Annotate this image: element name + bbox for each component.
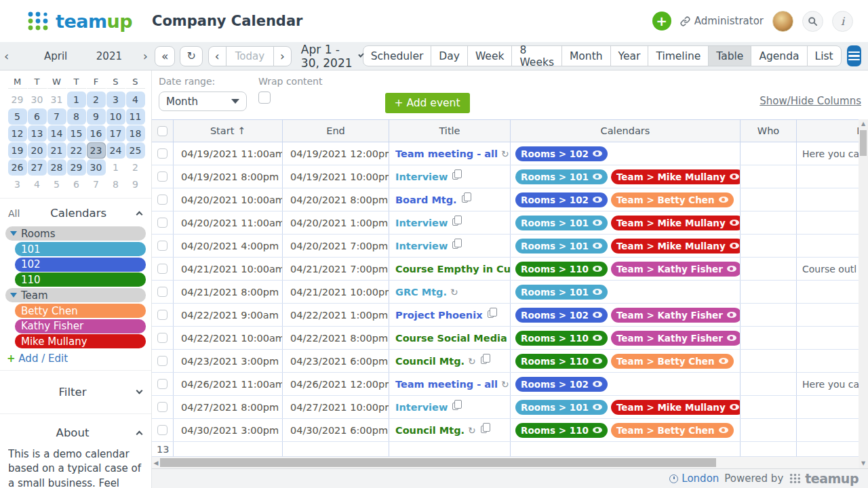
calendar-badge[interactable]: Rooms > 110 xyxy=(515,354,608,369)
table-row[interactable]: 04/22/2021 9:00am04/22/2021 1:00pmProjec… xyxy=(152,304,859,327)
tab-day[interactable]: Day xyxy=(431,45,468,66)
minical-day[interactable]: 14 xyxy=(47,125,66,142)
event-title-link[interactable]: Board Mtg. xyxy=(395,195,457,205)
minical-day[interactable]: 31 xyxy=(47,92,66,108)
minical-day[interactable]: 25 xyxy=(126,142,145,159)
minical-day[interactable]: 28 xyxy=(47,159,66,176)
minical-day[interactable]: 5 xyxy=(8,108,27,125)
table-row[interactable]: 04/20/2021 11:00am04/20/2021 1:00pmInter… xyxy=(152,211,859,235)
minical-day[interactable]: 5 xyxy=(47,176,66,192)
event-title-link[interactable]: Course Empthy in Custom xyxy=(395,264,511,274)
minical-day[interactable]: 13 xyxy=(28,125,47,142)
row-checkbox[interactable] xyxy=(157,379,167,389)
date-range-dropdown[interactable]: Apr 1 - 30, 2021 xyxy=(301,43,363,70)
event-title-link[interactable]: Interview xyxy=(395,171,448,182)
minical-day[interactable]: 29 xyxy=(8,92,27,108)
filter-expand-icon[interactable] xyxy=(136,388,143,394)
tab-scheduler[interactable]: Scheduler xyxy=(363,45,432,66)
menu-button[interactable] xyxy=(847,45,861,66)
row-checkbox[interactable] xyxy=(157,171,167,182)
date-range-select[interactable]: Month xyxy=(159,92,247,111)
minical-day[interactable]: 2 xyxy=(87,92,106,108)
scroll-down-arrow[interactable]: ▼ xyxy=(861,459,865,468)
calendar-badge[interactable]: Rooms > 110 xyxy=(515,331,608,346)
tab-agenda[interactable]: Agenda xyxy=(751,45,807,66)
next-period-button[interactable]: › xyxy=(273,46,292,66)
column-header-who[interactable]: Who xyxy=(741,120,797,142)
calendar-badge[interactable]: Team > Mike Mullany xyxy=(611,169,741,184)
minical-day[interactable]: 24 xyxy=(106,142,125,159)
calendar-badge[interactable]: Rooms > 101 xyxy=(515,169,608,184)
minical-day[interactable]: 6 xyxy=(28,108,47,125)
event-title-link[interactable]: Project Phoenix xyxy=(395,310,483,321)
prev-period-button[interactable]: ‹ xyxy=(208,46,226,66)
tab-month[interactable]: Month xyxy=(561,45,611,66)
minical-day[interactable]: 27 xyxy=(28,159,47,176)
minical-day[interactable]: 30 xyxy=(87,159,106,176)
row-checkbox[interactable] xyxy=(157,356,167,366)
info-button[interactable]: i xyxy=(832,11,853,32)
event-title-link[interactable]: Course Social Media xyxy=(395,333,507,344)
calendar-badge[interactable]: Rooms > 110 xyxy=(515,423,608,438)
search-button[interactable] xyxy=(802,11,823,32)
scroll-left-arrow[interactable]: ◀ xyxy=(152,460,160,466)
row-checkbox[interactable] xyxy=(157,425,167,435)
add-button[interactable]: + xyxy=(652,12,671,30)
minical-day[interactable]: 18 xyxy=(126,125,145,142)
vertical-scrollbar[interactable]: ▲ ▼ xyxy=(859,119,868,468)
event-title-link[interactable]: Council Mtg. xyxy=(395,356,465,367)
minical-day[interactable]: 7 xyxy=(87,176,106,192)
calendar-badge[interactable]: Rooms > 102 xyxy=(515,146,608,161)
refresh-button[interactable]: ↻ xyxy=(180,46,202,66)
minical-day[interactable]: 20 xyxy=(28,142,47,159)
show-hide-columns-link[interactable]: Show/Hide Columns xyxy=(760,95,861,107)
timezone-link[interactable]: London xyxy=(669,472,719,485)
wrap-content-checkbox[interactable] xyxy=(258,92,271,104)
table-row[interactable]: 04/22/2021 10:00am04/22/2021 8:00pmCours… xyxy=(152,327,859,350)
minical-prev-button[interactable]: ‹ xyxy=(0,49,13,63)
minical-day[interactable]: 17 xyxy=(106,125,125,142)
calendar-badge[interactable]: Rooms > 102 xyxy=(515,192,608,207)
calendar-badge[interactable]: Team > Kathy Fisher xyxy=(611,331,741,346)
calendar-badge[interactable]: Team > Mike Mullany xyxy=(611,239,741,253)
vertical-scroll-thumb[interactable] xyxy=(860,130,867,156)
calendar-item-102[interactable]: 102 xyxy=(15,258,146,272)
minical-month-label[interactable]: April xyxy=(36,50,75,62)
minical-day[interactable]: 3 xyxy=(106,92,125,108)
add-edit-calendars-link[interactable]: + Add / Edit xyxy=(7,352,151,365)
minical-day[interactable]: 22 xyxy=(67,142,86,159)
table-row[interactable]: 04/20/2021 10:00am04/20/2021 8:00pmBoard… xyxy=(152,188,859,211)
minical-day[interactable]: 3 xyxy=(8,176,27,192)
table-row[interactable]: 04/21/2021 8:00pm04/21/2021 10:00pmGRC M… xyxy=(152,281,859,304)
table-row[interactable]: 04/26/2021 11:00am04/26/2021 12:00pmTeam… xyxy=(152,373,859,396)
event-title-link[interactable]: Interview xyxy=(395,402,448,413)
teamup-logo[interactable]: teamup xyxy=(26,9,132,33)
row-checkbox[interactable] xyxy=(157,218,167,228)
minical-day[interactable]: 11 xyxy=(126,108,145,125)
table-row[interactable]: 04/20/2021 4:00pm04/20/2021 7:00pmInterv… xyxy=(152,235,859,258)
event-title-link[interactable]: GRC Mtg. xyxy=(395,287,447,298)
minical-day[interactable]: 9 xyxy=(126,176,145,192)
minical-day[interactable]: 4 xyxy=(28,176,47,192)
tab-8-weeks[interactable]: 8 Weeks xyxy=(511,45,562,66)
table-row[interactable]: 04/23/2021 3:00pm04/23/2021 6:00pmCounci… xyxy=(152,350,859,373)
row-checkbox[interactable] xyxy=(157,195,167,205)
calendar-badge[interactable]: Team > Kathy Fisher xyxy=(611,262,741,277)
event-title-link[interactable]: Team meeting - all xyxy=(395,148,498,159)
column-header-title[interactable]: Title xyxy=(389,120,511,142)
minical-day[interactable]: 12 xyxy=(8,125,27,142)
calendar-badge[interactable]: Rooms > 102 xyxy=(515,377,608,392)
minical-day[interactable]: 4 xyxy=(126,92,145,108)
calendar-badge[interactable]: Rooms > 110 xyxy=(515,262,608,277)
tab-list[interactable]: List xyxy=(807,45,842,66)
minical-day[interactable]: 9 xyxy=(87,108,106,125)
row-checkbox[interactable] xyxy=(157,264,167,274)
minical-day[interactable]: 16 xyxy=(87,125,106,142)
tab-year[interactable]: Year xyxy=(610,45,649,66)
avatar[interactable] xyxy=(772,11,793,32)
minical-day[interactable]: 8 xyxy=(67,108,86,125)
horizontal-scroll-thumb[interactable] xyxy=(160,458,716,467)
row-checkbox[interactable] xyxy=(157,402,167,412)
calendar-badge[interactable]: Team > Mike Mullany xyxy=(611,400,741,415)
minical-day[interactable]: 10 xyxy=(106,108,125,125)
